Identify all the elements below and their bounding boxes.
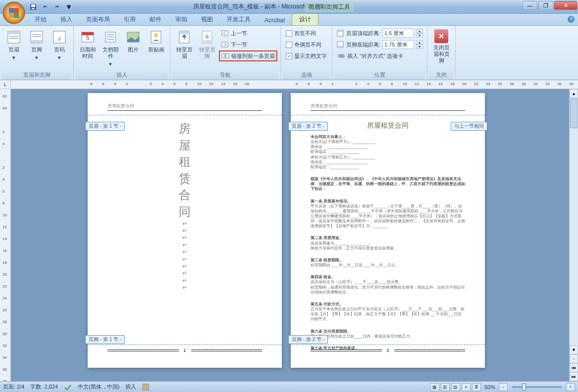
page1-header[interactable]: 房屋租赁合同 [88, 93, 282, 115]
status-macro-icon[interactable] [142, 384, 149, 391]
header-button[interactable]: 页眉▾ [3, 28, 25, 62]
svg-rect-36 [222, 31, 228, 36]
tab-insert[interactable]: 插入 [53, 14, 79, 25]
window-controls: — ❐ ✕ [523, 1, 577, 10]
show-doc-text-checkbox[interactable]: ✓显示文档文字 [284, 50, 329, 61]
tab-references[interactable]: 引用 [117, 14, 143, 25]
status-language[interactable]: 中文(简体，中国) [78, 383, 119, 391]
footer-distance-input[interactable]: 1.75 厘米 [382, 40, 414, 49]
next-page-button[interactable]: ⏭ [570, 372, 578, 381]
scroll-down-button[interactable]: ▼ [570, 345, 578, 354]
close-button[interactable]: ✕ [554, 1, 577, 10]
view-print-layout[interactable]: ▦ [430, 383, 439, 391]
first-page-diff-checkbox[interactable]: 首页不同 [284, 28, 329, 39]
tab-developer[interactable]: 开发工具 [220, 14, 258, 25]
svg-rect-18 [32, 36, 41, 37]
svg-rect-4 [9, 13, 14, 18]
page2-footer[interactable]: 2 [291, 344, 485, 368]
page2-same-tag: 与上一节相同 [451, 122, 487, 131]
qat-dropdown[interactable]: ▾ [63, 1, 74, 12]
view-draft[interactable]: ≣ [472, 383, 481, 391]
clipart-button[interactable]: 剪贴画 [145, 28, 167, 54]
odd-even-diff-checkbox[interactable]: 奇偶页不同 [284, 39, 329, 50]
ruler-corner[interactable]: L [0, 80, 11, 89]
help-icon[interactable]: ? [567, 15, 575, 23]
minimize-button[interactable]: — [523, 1, 537, 10]
status-mode[interactable]: 插入 [125, 383, 136, 391]
page1-body: 房 屋 租 赁 合 同 ↵↵↵↵↵↵↵↵↵↵ [88, 115, 282, 296]
horizontal-ruler[interactable]: L 864224681012141618 8642246810121416182… [0, 80, 578, 89]
view-outline[interactable]: ≡ [462, 383, 471, 391]
footer-distance-spinner[interactable]: ▲▼ [416, 40, 423, 49]
tab-view[interactable]: 视图 [194, 14, 220, 25]
footer-button[interactable]: 页脚▾ [26, 28, 48, 62]
ribbon-tabs: 开始 插入 页面布局 引用 邮件 审阅 视图 开发工具 Acrobat 设计 ? [0, 14, 578, 26]
svg-rect-13 [9, 36, 18, 37]
page-number-button[interactable]: #页码▾ [49, 28, 70, 62]
svg-rect-41 [337, 30, 343, 32]
status-words[interactable]: 字数: 2,024 [30, 383, 58, 391]
scroll-thumb[interactable] [570, 98, 578, 128]
zoom-in-button[interactable]: + [566, 383, 575, 391]
view-full-screen[interactable]: ▥ [441, 383, 450, 391]
status-page[interactable]: 页面: 2/4 [3, 383, 24, 391]
document-area[interactable]: 房屋租赁合同 页眉 - 第 1 节 - 房 屋 租 赁 合 同 ↵↵↵↵↵↵↵↵… [11, 89, 569, 381]
group-position: 页眉顶端距离: 1.5 厘米 ▲▼ 页脚底端距离: 1.75 厘米 ▲▼ 插入 … [332, 26, 427, 80]
link-previous-button[interactable]: 链接到前一条页眉 [219, 50, 277, 61]
svg-rect-7 [31, 4, 35, 7]
svg-rect-37 [222, 42, 228, 47]
save-button[interactable] [28, 1, 39, 12]
tab-layout[interactable]: 页面布局 [79, 14, 117, 25]
view-web[interactable]: ▤ [451, 383, 460, 391]
svg-rect-8 [32, 8, 35, 9]
zoom-percent[interactable]: 50% [484, 384, 495, 390]
svg-rect-16 [31, 40, 43, 43]
status-spellcheck-icon[interactable] [64, 384, 72, 391]
svg-rect-3 [14, 8, 19, 13]
parts-button[interactable]: 文档部件▾ [100, 28, 121, 69]
zoom-slider[interactable] [512, 386, 562, 388]
prev-page-button[interactable]: ⏮ [570, 363, 578, 372]
svg-rect-17 [32, 34, 41, 35]
scroll-up-button[interactable]: ▲ [570, 89, 578, 98]
picture-button[interactable]: 图片 [122, 28, 144, 54]
redo-button[interactable] [52, 1, 62, 12]
svg-rect-26 [107, 36, 114, 38]
browse-object-button[interactable]: ◦ [570, 354, 578, 363]
tab-review[interactable]: 审阅 [168, 14, 194, 25]
footer-distance-row: 页脚底端距离: 1.75 厘米 ▲▼ [335, 39, 424, 50]
zoom-out-button[interactable]: − [499, 383, 508, 391]
close-header-footer-button[interactable]: ✕关闭页眉和页脚 [430, 28, 452, 66]
office-button[interactable] [2, 1, 26, 25]
page2-body: 房屋租赁合同 本合同双方当事人：出租方(以下简称甲方)：___________身… [291, 115, 485, 356]
page1-header-tag: 页眉 - 第 1 节 - [85, 122, 125, 131]
goto-header-button[interactable]: 转至页眉 [173, 28, 195, 61]
header-distance-icon [336, 29, 344, 37]
tab-home[interactable]: 开始 [28, 14, 53, 25]
tab-acrobat[interactable]: Acrobat [258, 15, 292, 25]
maximize-button[interactable]: ❐ [538, 1, 553, 10]
svg-rect-33 [179, 31, 189, 34]
prev-section-button[interactable]: 上一节 [219, 28, 277, 39]
page2-header[interactable]: 房屋租赁合同 [291, 93, 485, 115]
page1-footer[interactable]: 1 [88, 344, 282, 368]
quick-access-toolbar: ▾ [28, 1, 74, 12]
group-insert: 5日期和时间 文档部件▾ 图片 剪贴画 插入 [74, 26, 170, 80]
tab-mail[interactable]: 邮件 [143, 14, 168, 25]
header-distance-row: 页眉顶端距离: 1.5 厘米 ▲▼ [335, 28, 424, 39]
header-distance-input[interactable]: 1.5 厘米 [382, 29, 414, 38]
header-distance-spinner[interactable]: ▲▼ [416, 29, 423, 38]
svg-rect-2 [9, 8, 14, 13]
next-section-button[interactable]: 下一节 [219, 39, 277, 50]
insert-align-tab-button[interactable]: 插入 "对齐方式" 选项卡 [335, 50, 424, 61]
vertical-ruler[interactable]: 6264242468101214161820222426283032343638… [0, 89, 11, 381]
goto-footer-button[interactable]: 转至页脚 [196, 28, 218, 61]
datetime-button[interactable]: 5日期和时间 [77, 28, 99, 61]
page1-footer-tag: 页脚 - 第 1 节 - [85, 335, 125, 344]
vertical-scrollbar[interactable]: ▲ ▼ ◦ ⏮ ⏭ [569, 89, 578, 381]
tab-design[interactable]: 设计 [292, 13, 318, 25]
svg-rect-45 [143, 384, 149, 390]
svg-rect-25 [107, 34, 114, 35]
undo-button[interactable] [40, 1, 51, 12]
page-2: 房屋租赁合同 页眉 - 第 2 节 - 与上一节相同 房屋租赁合同 本合同双方当… [291, 93, 485, 368]
